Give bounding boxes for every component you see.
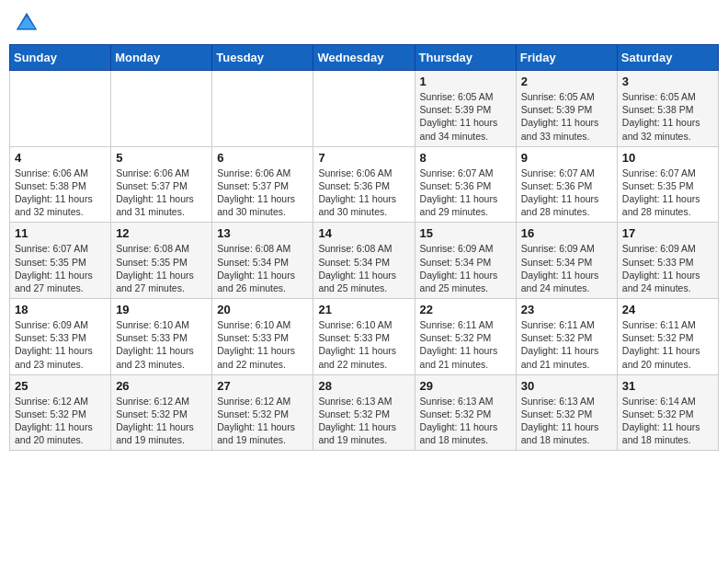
day-info: Sunrise: 6:05 AM Sunset: 5:38 PM Dayligh… bbox=[622, 90, 713, 143]
day-info: Sunrise: 6:09 AM Sunset: 5:34 PM Dayligh… bbox=[521, 242, 612, 294]
calendar-cell: 10Sunrise: 6:07 AM Sunset: 5:35 PM Dayli… bbox=[617, 146, 718, 223]
day-info: Sunrise: 6:06 AM Sunset: 5:37 PM Dayligh… bbox=[116, 167, 207, 219]
calendar-cell: 26Sunrise: 6:12 AM Sunset: 5:32 PM Dayli… bbox=[111, 374, 212, 451]
calendar-cell: 31Sunrise: 6:14 AM Sunset: 5:32 PM Dayli… bbox=[617, 374, 718, 451]
day-number: 23 bbox=[521, 303, 612, 316]
day-number: 13 bbox=[217, 226, 308, 240]
day-info: Sunrise: 6:09 AM Sunset: 5:34 PM Dayligh… bbox=[420, 242, 511, 294]
day-number: 15 bbox=[420, 226, 511, 240]
day-info: Sunrise: 6:07 AM Sunset: 5:35 PM Dayligh… bbox=[15, 242, 106, 294]
weekday-header-wednesday: Wednesday bbox=[313, 45, 415, 71]
day-info: Sunrise: 6:13 AM Sunset: 5:32 PM Dayligh… bbox=[318, 395, 409, 447]
calendar-cell: 2Sunrise: 6:05 AM Sunset: 5:39 PM Daylig… bbox=[516, 71, 617, 147]
calendar-cell: 12Sunrise: 6:08 AM Sunset: 5:35 PM Dayli… bbox=[111, 223, 212, 299]
week-row-3: 11Sunrise: 6:07 AM Sunset: 5:35 PM Dayli… bbox=[10, 223, 719, 299]
day-info: Sunrise: 6:10 AM Sunset: 5:33 PM Dayligh… bbox=[116, 318, 207, 371]
day-number: 16 bbox=[521, 226, 612, 240]
day-number: 14 bbox=[318, 226, 409, 240]
day-number: 29 bbox=[420, 379, 511, 393]
day-info: Sunrise: 6:14 AM Sunset: 5:32 PM Dayligh… bbox=[622, 395, 713, 447]
day-info: Sunrise: 6:10 AM Sunset: 5:33 PM Dayligh… bbox=[318, 318, 409, 371]
calendar-cell: 14Sunrise: 6:08 AM Sunset: 5:34 PM Dayli… bbox=[313, 223, 415, 299]
day-number: 30 bbox=[521, 379, 612, 393]
day-number: 21 bbox=[318, 303, 409, 316]
week-row-5: 25Sunrise: 6:12 AM Sunset: 5:32 PM Dayli… bbox=[10, 374, 719, 451]
day-info: Sunrise: 6:08 AM Sunset: 5:34 PM Dayligh… bbox=[217, 242, 308, 294]
calendar-cell: 23Sunrise: 6:11 AM Sunset: 5:32 PM Dayli… bbox=[516, 299, 617, 375]
calendar-cell: 18Sunrise: 6:09 AM Sunset: 5:33 PM Dayli… bbox=[10, 299, 111, 375]
day-number: 20 bbox=[217, 303, 308, 316]
day-info: Sunrise: 6:09 AM Sunset: 5:33 PM Dayligh… bbox=[622, 242, 713, 294]
logo-icon bbox=[13, 9, 40, 37]
day-info: Sunrise: 6:13 AM Sunset: 5:32 PM Dayligh… bbox=[521, 395, 612, 447]
day-info: Sunrise: 6:12 AM Sunset: 5:32 PM Dayligh… bbox=[217, 395, 308, 447]
logo bbox=[13, 9, 44, 37]
calendar-cell bbox=[313, 71, 415, 147]
day-info: Sunrise: 6:05 AM Sunset: 5:39 PM Dayligh… bbox=[521, 90, 612, 143]
calendar-cell: 16Sunrise: 6:09 AM Sunset: 5:34 PM Dayli… bbox=[516, 223, 617, 299]
week-row-1: 1Sunrise: 6:05 AM Sunset: 5:39 PM Daylig… bbox=[10, 71, 719, 147]
calendar-cell: 1Sunrise: 6:05 AM Sunset: 5:39 PM Daylig… bbox=[415, 71, 516, 147]
day-number: 28 bbox=[318, 379, 409, 393]
calendar-cell: 21Sunrise: 6:10 AM Sunset: 5:33 PM Dayli… bbox=[313, 299, 415, 375]
calendar-cell: 19Sunrise: 6:10 AM Sunset: 5:33 PM Dayli… bbox=[111, 299, 212, 375]
day-info: Sunrise: 6:08 AM Sunset: 5:35 PM Dayligh… bbox=[116, 242, 207, 294]
day-number: 1 bbox=[420, 75, 511, 88]
day-number: 2 bbox=[521, 75, 612, 88]
day-number: 26 bbox=[116, 379, 207, 393]
week-row-2: 4Sunrise: 6:06 AM Sunset: 5:38 PM Daylig… bbox=[10, 146, 719, 223]
weekday-header-friday: Friday bbox=[516, 45, 617, 71]
calendar-cell: 5Sunrise: 6:06 AM Sunset: 5:37 PM Daylig… bbox=[111, 146, 212, 223]
day-number: 19 bbox=[116, 303, 207, 316]
day-number: 10 bbox=[622, 151, 713, 165]
day-info: Sunrise: 6:11 AM Sunset: 5:32 PM Dayligh… bbox=[521, 318, 612, 371]
day-info: Sunrise: 6:07 AM Sunset: 5:35 PM Dayligh… bbox=[622, 167, 713, 219]
weekday-header-row: SundayMondayTuesdayWednesdayThursdayFrid… bbox=[10, 45, 719, 71]
weekday-header-tuesday: Tuesday bbox=[212, 45, 313, 71]
day-number: 18 bbox=[15, 303, 106, 316]
calendar-cell: 29Sunrise: 6:13 AM Sunset: 5:32 PM Dayli… bbox=[415, 374, 516, 451]
calendar: SundayMondayTuesdayWednesdayThursdayFrid… bbox=[9, 44, 719, 451]
calendar-cell bbox=[212, 71, 313, 147]
day-number: 31 bbox=[622, 379, 713, 393]
day-number: 9 bbox=[521, 151, 612, 165]
day-info: Sunrise: 6:07 AM Sunset: 5:36 PM Dayligh… bbox=[521, 167, 612, 219]
day-info: Sunrise: 6:06 AM Sunset: 5:36 PM Dayligh… bbox=[318, 167, 409, 219]
weekday-header-monday: Monday bbox=[111, 45, 212, 71]
day-info: Sunrise: 6:10 AM Sunset: 5:33 PM Dayligh… bbox=[217, 318, 308, 371]
day-info: Sunrise: 6:13 AM Sunset: 5:32 PM Dayligh… bbox=[420, 395, 511, 447]
day-number: 8 bbox=[420, 151, 511, 165]
day-info: Sunrise: 6:06 AM Sunset: 5:37 PM Dayligh… bbox=[217, 167, 308, 219]
page-header bbox=[9, 9, 719, 37]
calendar-cell: 28Sunrise: 6:13 AM Sunset: 5:32 PM Dayli… bbox=[313, 374, 415, 451]
calendar-cell: 15Sunrise: 6:09 AM Sunset: 5:34 PM Dayli… bbox=[415, 223, 516, 299]
weekday-header-sunday: Sunday bbox=[10, 45, 111, 71]
day-number: 17 bbox=[622, 226, 713, 240]
day-number: 5 bbox=[116, 151, 207, 165]
day-number: 6 bbox=[217, 151, 308, 165]
calendar-cell: 24Sunrise: 6:11 AM Sunset: 5:32 PM Dayli… bbox=[617, 299, 718, 375]
calendar-cell: 27Sunrise: 6:12 AM Sunset: 5:32 PM Dayli… bbox=[212, 374, 313, 451]
day-info: Sunrise: 6:11 AM Sunset: 5:32 PM Dayligh… bbox=[622, 318, 713, 371]
day-info: Sunrise: 6:11 AM Sunset: 5:32 PM Dayligh… bbox=[420, 318, 511, 371]
day-info: Sunrise: 6:12 AM Sunset: 5:32 PM Dayligh… bbox=[116, 395, 207, 447]
day-info: Sunrise: 6:12 AM Sunset: 5:32 PM Dayligh… bbox=[15, 395, 106, 447]
calendar-cell: 6Sunrise: 6:06 AM Sunset: 5:37 PM Daylig… bbox=[212, 146, 313, 223]
day-info: Sunrise: 6:07 AM Sunset: 5:36 PM Dayligh… bbox=[420, 167, 511, 219]
calendar-cell: 25Sunrise: 6:12 AM Sunset: 5:32 PM Dayli… bbox=[10, 374, 111, 451]
day-info: Sunrise: 6:09 AM Sunset: 5:33 PM Dayligh… bbox=[15, 318, 106, 371]
day-number: 24 bbox=[622, 303, 713, 316]
calendar-cell: 11Sunrise: 6:07 AM Sunset: 5:35 PM Dayli… bbox=[10, 223, 111, 299]
week-row-4: 18Sunrise: 6:09 AM Sunset: 5:33 PM Dayli… bbox=[10, 299, 719, 375]
weekday-header-saturday: Saturday bbox=[617, 45, 718, 71]
day-number: 25 bbox=[15, 379, 106, 393]
day-number: 12 bbox=[116, 226, 207, 240]
day-number: 22 bbox=[420, 303, 511, 316]
day-number: 4 bbox=[15, 151, 106, 165]
day-number: 27 bbox=[217, 379, 308, 393]
day-number: 3 bbox=[622, 75, 713, 88]
day-number: 11 bbox=[15, 226, 106, 240]
calendar-cell bbox=[10, 71, 111, 147]
calendar-cell: 9Sunrise: 6:07 AM Sunset: 5:36 PM Daylig… bbox=[516, 146, 617, 223]
calendar-cell: 22Sunrise: 6:11 AM Sunset: 5:32 PM Dayli… bbox=[415, 299, 516, 375]
